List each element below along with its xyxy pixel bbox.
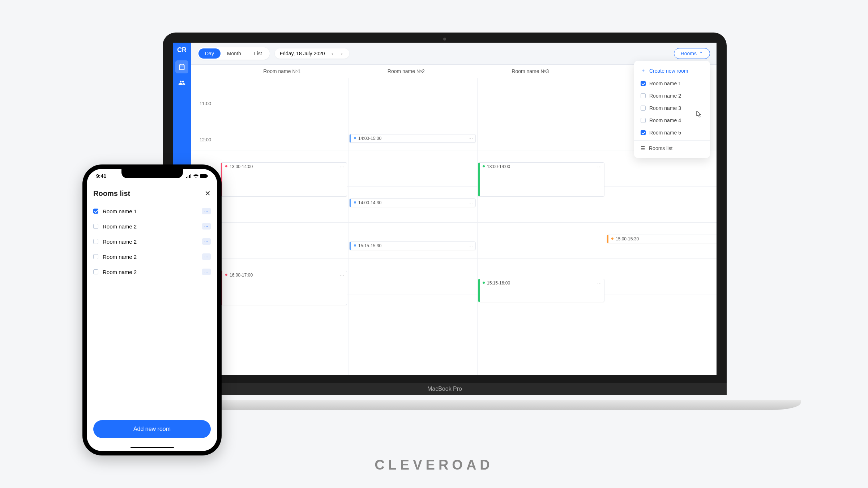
event-more-button[interactable]: ··· [469, 136, 473, 141]
checkbox[interactable] [641, 130, 646, 135]
signal-icon [186, 174, 192, 178]
phone-room-more-button[interactable]: ··· [202, 223, 211, 230]
laptop-model-label: MacBook Pro [427, 386, 462, 392]
sidebar-calendar[interactable] [175, 60, 188, 73]
event-time-label: 15:00-15:30 [616, 236, 639, 241]
dropdown-room-item[interactable]: Room name 5 [634, 127, 710, 139]
calendar-event[interactable]: 16:00-17:00 ··· [221, 271, 347, 305]
event-more-button[interactable]: ··· [469, 200, 473, 205]
phone-rooms-list: Room name 1 ··· Room name 2 ··· Room nam… [93, 204, 211, 420]
view-segmented-control: Day Month List [197, 47, 270, 60]
phone-room-more-button[interactable]: ··· [202, 269, 211, 275]
logo: CR [177, 46, 187, 54]
laptop-bezel: CR Day Month List [163, 33, 727, 383]
checkbox[interactable] [641, 81, 646, 86]
checkbox[interactable] [641, 93, 646, 98]
event-more-button[interactable]: ··· [597, 164, 602, 169]
users-icon [178, 79, 185, 86]
dropdown-room-item[interactable]: Room name 3 [634, 102, 710, 114]
time-row [191, 331, 717, 367]
battery-icon [200, 174, 208, 178]
sidebar-users[interactable] [175, 76, 188, 89]
event-more-button[interactable]: ··· [597, 281, 602, 286]
phone-room-more-button[interactable]: ··· [202, 253, 211, 260]
checkbox[interactable] [641, 118, 646, 123]
list-icon: ☰ [641, 145, 645, 151]
dropdown-separator [634, 140, 710, 141]
rooms-dropdown-button[interactable]: Rooms ⌃ [674, 48, 710, 59]
close-button[interactable]: ✕ [205, 189, 211, 198]
date-navigator: Friday, 18 July 2020 ‹ › [275, 48, 349, 59]
calendar-event[interactable]: 13:00-14:00 ··· [478, 162, 604, 197]
brand-watermark: CLEVEROAD [375, 457, 493, 473]
event-color-bar [350, 199, 351, 207]
phone-header: Rooms list ✕ [93, 189, 211, 198]
event-dot-icon [225, 274, 227, 276]
view-list-button[interactable]: List [248, 48, 269, 59]
event-more-button[interactable]: ··· [469, 243, 473, 248]
dropdown-room-item[interactable]: Room name 4 [634, 114, 710, 127]
calendar-event[interactable]: 13:00-14:00 ··· [221, 162, 347, 197]
dropdown-room-item[interactable]: Room name 2 [634, 90, 710, 102]
calendar-event[interactable]: 15:15-15:30 ··· [349, 241, 476, 250]
phone-room-item[interactable]: Room name 2 ··· [93, 234, 211, 249]
svg-rect-1 [207, 175, 208, 177]
phone-screen: 9:41 Rooms list ✕ Room name 1 ··· Room n… [87, 169, 217, 451]
prev-day-button[interactable]: ‹ [330, 51, 335, 56]
phone-room-item[interactable]: Room name 1 ··· [93, 204, 211, 219]
event-more-button[interactable]: ··· [340, 164, 345, 169]
event-time-label: 15:15-16:00 [487, 281, 510, 286]
checkbox[interactable] [93, 254, 98, 259]
phone-room-label: Room name 2 [103, 269, 198, 275]
calendar-event[interactable]: 15:15-16:00 ··· [478, 279, 604, 302]
event-time-label: 15:15-15:30 [358, 243, 381, 248]
dropdown-room-item[interactable]: Room name 1 [634, 77, 710, 90]
phone-room-item[interactable]: Room name 2 ··· [93, 249, 211, 264]
dropdown-room-label: Room name 5 [649, 130, 681, 136]
calendar-event[interactable]: 14:00-14:30 ··· [349, 198, 476, 207]
checkbox[interactable] [93, 209, 98, 214]
event-time-label: 13:00-14:00 [487, 164, 510, 169]
next-day-button[interactable]: › [339, 51, 344, 56]
dropdown-room-label: Room name 1 [649, 81, 681, 86]
checkbox[interactable] [93, 239, 98, 244]
dropdown-room-label: Room name 4 [649, 117, 681, 123]
create-room-label: Create new room [649, 68, 688, 74]
desktop-app: CR Day Month List [173, 43, 717, 375]
rooms-dropdown-menu: ＋ Create new room Room name 1 Room name … [634, 61, 710, 158]
view-month-button[interactable]: Month [221, 48, 248, 59]
phone-room-item[interactable]: Room name 2 ··· [93, 219, 211, 234]
view-day-button[interactable]: Day [198, 48, 221, 59]
laptop-mockup: CR Day Month List [163, 33, 727, 405]
time-label: 11:00 [191, 101, 220, 106]
calendar-event[interactable]: 14:00-15:00 ··· [349, 134, 476, 143]
calendar-icon [178, 63, 185, 70]
current-date: Friday, 18 July 2020 [280, 51, 325, 56]
calendar-event[interactable]: 15:00-15:30 ··· [607, 235, 717, 243]
event-color-bar [607, 235, 608, 243]
checkbox[interactable] [93, 224, 98, 229]
event-color-bar [478, 279, 480, 302]
event-time-label: 13:00-14:00 [230, 164, 253, 169]
rooms-button-label: Rooms [681, 51, 697, 56]
phone-room-more-button[interactable]: ··· [202, 238, 211, 245]
phone-room-item[interactable]: Room name 2 ··· [93, 264, 211, 279]
camera-icon [443, 38, 446, 40]
event-color-bar [350, 134, 351, 142]
event-color-bar [350, 242, 351, 250]
rooms-list-link[interactable]: ☰ Rooms list [634, 142, 710, 154]
plus-icon: ＋ [641, 68, 646, 74]
event-more-button[interactable]: ··· [340, 273, 345, 278]
event-dot-icon [225, 165, 227, 167]
rooms-list-label: Rooms list [649, 145, 672, 151]
event-dot-icon [354, 201, 356, 204]
add-new-room-button[interactable]: Add new room [93, 420, 211, 438]
dropdown-room-label: Room name 3 [649, 105, 681, 111]
checkbox[interactable] [641, 106, 646, 111]
checkbox[interactable] [93, 269, 98, 274]
status-icons [186, 174, 208, 178]
phone-room-more-button[interactable]: ··· [202, 208, 211, 214]
create-new-room-button[interactable]: ＋ Create new room [634, 64, 710, 77]
home-indicator[interactable] [131, 447, 174, 448]
event-color-bar [478, 163, 480, 196]
